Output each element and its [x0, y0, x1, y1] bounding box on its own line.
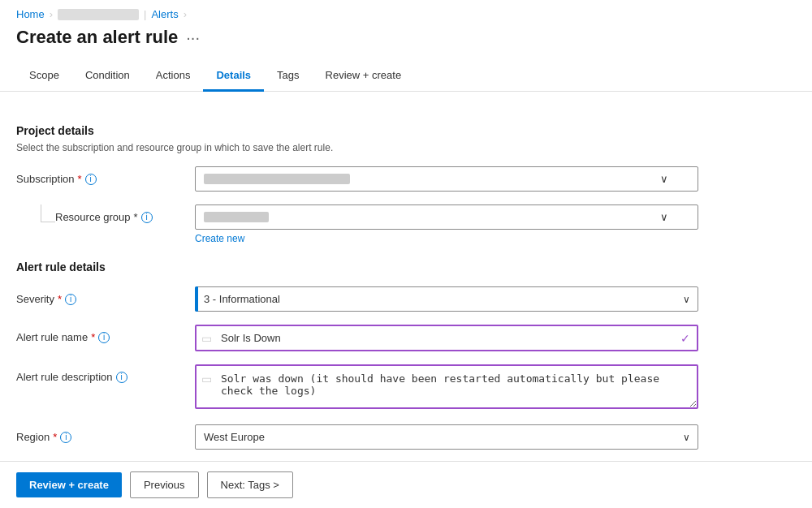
- alert-rule-description-textarea[interactable]: Solr was down (it should have been resta…: [195, 364, 698, 409]
- severity-select[interactable]: 0 - Critical 1 - Error 2 - Warning 3 - I…: [195, 286, 698, 312]
- alert-rule-name-label: Alert rule name * i: [16, 325, 195, 343]
- resource-group-field: Resource group * i ∨ Create new: [16, 204, 715, 244]
- subscription-chevron-icon: ∨: [660, 173, 668, 185]
- project-details-desc: Select the subscription and resource gro…: [16, 142, 715, 153]
- page-title: Create an alert rule: [16, 27, 178, 48]
- alert-rule-name-input[interactable]: [195, 325, 698, 351]
- subscription-required: *: [78, 173, 82, 185]
- tab-review-create[interactable]: Review + create: [313, 61, 415, 92]
- resource-group-chevron-icon: ∨: [660, 211, 668, 223]
- tab-details[interactable]: Details: [203, 61, 264, 92]
- alert-rule-description-field: Alert rule description i ▭ Solr was down…: [16, 364, 715, 411]
- resource-group-label: Resource group: [55, 211, 131, 223]
- create-new-link[interactable]: Create new: [195, 233, 244, 244]
- resource-group-blurred-value: [204, 212, 269, 222]
- alert-rule-description-info-icon[interactable]: i: [116, 372, 127, 383]
- resource-group-dropdown[interactable]: ∨: [195, 204, 698, 230]
- region-field: Region * i West Europe East US North Eur…: [16, 424, 715, 450]
- bottom-bar: Review + create Previous Next: Tags >: [0, 461, 812, 508]
- severity-field: Severity * i 0 - Critical 1 - Error 2 - …: [16, 286, 715, 312]
- tab-tags[interactable]: Tags: [264, 61, 312, 92]
- description-prefix-icon: ▭: [201, 372, 212, 385]
- breadcrumb: Home › | Alerts ›: [0, 0, 812, 24]
- severity-required: *: [58, 293, 62, 305]
- severity-label: Severity * i: [16, 286, 195, 305]
- subscription-info-icon[interactable]: i: [85, 174, 97, 185]
- more-options-button[interactable]: ···: [186, 28, 200, 47]
- subscription-dropdown[interactable]: ∨: [195, 166, 698, 192]
- alert-rule-details-section: Alert rule details: [16, 260, 715, 273]
- subscription-blurred-value: [204, 174, 350, 184]
- tab-navigation: Scope Condition Actions Details Tags Rev…: [0, 61, 812, 92]
- region-required: *: [53, 431, 57, 443]
- severity-info-icon[interactable]: i: [65, 294, 76, 305]
- breadcrumb-alerts[interactable]: Alerts: [151, 8, 178, 20]
- alert-rule-description-label: Alert rule description i: [16, 364, 195, 383]
- alert-rule-details-title: Alert rule details: [16, 260, 715, 273]
- next-tags-button[interactable]: Next: Tags >: [207, 471, 293, 498]
- tab-actions[interactable]: Actions: [143, 61, 204, 92]
- resource-group-info-icon[interactable]: i: [141, 212, 153, 223]
- main-content: Project details Select the subscription …: [0, 92, 731, 508]
- project-details-section: Project details Select the subscription …: [16, 124, 715, 153]
- region-select[interactable]: West Europe East US North Europe Southea…: [195, 424, 698, 450]
- alert-rule-name-check-icon: ✓: [680, 332, 690, 345]
- tab-scope[interactable]: Scope: [16, 61, 72, 92]
- review-create-button[interactable]: Review + create: [16, 472, 122, 497]
- alert-rule-name-prefix-icon: ▭: [201, 332, 212, 345]
- subscription-field: Subscription * i ∨: [16, 166, 715, 192]
- alert-rule-name-required: *: [91, 331, 95, 343]
- resource-group-required: *: [134, 211, 138, 223]
- alert-rule-name-field: Alert rule name * i ▭ ✓: [16, 325, 715, 351]
- severity-bar: [195, 286, 198, 312]
- page-title-area: Create an alert rule ···: [0, 24, 812, 61]
- tab-condition[interactable]: Condition: [72, 61, 143, 92]
- subscription-label: Subscription * i: [16, 166, 195, 185]
- breadcrumb-home[interactable]: Home: [16, 8, 45, 20]
- breadcrumb-blurred: [58, 9, 139, 20]
- region-info-icon[interactable]: i: [60, 432, 71, 443]
- alert-rule-name-info-icon[interactable]: i: [98, 332, 110, 343]
- project-details-title: Project details: [16, 124, 715, 137]
- region-label: Region * i: [16, 424, 195, 443]
- previous-button[interactable]: Previous: [130, 471, 199, 498]
